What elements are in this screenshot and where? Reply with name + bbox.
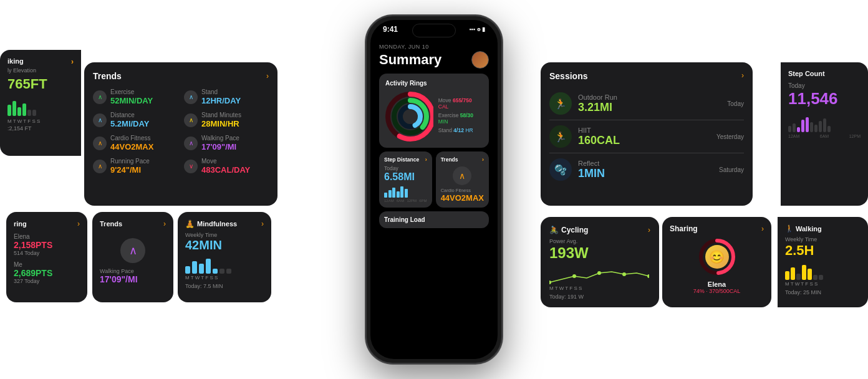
sharing-right-card: Sharing › 😊 Elena 74% · 370/500CAL: [662, 217, 771, 307]
sharing-name: Elena: [670, 281, 764, 288]
svg-point-8: [572, 274, 576, 278]
session-hiit-name: HIIT: [578, 127, 710, 134]
step-distance-value: 6.58MI: [384, 171, 427, 183]
svg-text:↑: ↑: [408, 92, 410, 98]
step-count-today-label: Today: [788, 82, 861, 89]
trend-exercise: ∧ Exercise 52MIN/DAY: [93, 89, 178, 105]
activity-rings-title: Activity Rings: [385, 80, 483, 87]
hiking-days: M T W T F S S: [7, 118, 74, 124]
trend-distance: ∧ Distance 5.2MI/DAY: [93, 112, 178, 128]
cycling-chevron[interactable]: ›: [648, 226, 650, 234]
trends-mini-card: Trends › ∧ Cardio Fitness 44VO2MAX: [436, 151, 489, 208]
mindfulness-icon: 🧘: [185, 219, 195, 228]
sharing-me: Me 2,689PTS 327 Today: [14, 261, 80, 284]
training-load-card: Training Load: [379, 211, 489, 228]
cycling-days: M T W T F S S: [549, 285, 650, 291]
session-hiit-value: 160CAL: [578, 134, 710, 147]
scene: iking › ly Elevation 765FT M T W T F S S…: [0, 0, 868, 379]
step-count-card: Step Count Today 11,546 12AM6AM12PM: [781, 62, 868, 206]
sharing-elena: Elena 2,158PTS 514 Today: [14, 233, 80, 256]
walking-title: Walking: [796, 225, 822, 233]
cycling-line-chart: [549, 267, 649, 285]
cycling-card: 🚴 Cycling › Power Avg. 193W M T W T F S …: [541, 217, 659, 307]
trend-stand: ∧ Stand 12HR/DAY: [184, 89, 269, 105]
trends-mini-arrow-container: ∧: [441, 166, 484, 185]
step-count-chart: [788, 113, 861, 132]
svg-point-10: [622, 272, 626, 276]
session-outdoor-run: 🏃 Outdoor Run 3.21MI Today: [549, 87, 744, 120]
session-run-name: Outdoor Run: [578, 94, 721, 101]
sharing-avatar-container: 😊: [698, 238, 736, 276]
mindfulness-chart: [185, 256, 264, 274]
trends-small-arrow-icon: ∧: [129, 244, 137, 257]
walking-days: M T W T F S S: [785, 281, 861, 287]
sessions-card: Sessions › 🏃 Outdoor Run 3.21MI Today 🏃 …: [541, 62, 753, 206]
step-distance-times: 12AM6AM12PM6PM: [384, 199, 427, 203]
session-reflect-name: Reflect: [578, 160, 713, 167]
hiking-chevron[interactable]: ›: [71, 57, 74, 66]
sessions-header: Sessions ›: [549, 71, 744, 81]
trends-mini-label: Cardio Fitness: [441, 188, 484, 193]
session-reflect-icon: 🫧: [549, 158, 572, 181]
phone-avatar: [471, 51, 489, 69]
battery-icon: ▮: [482, 26, 485, 32]
trends-mini-chevron[interactable]: ›: [482, 156, 484, 163]
mindfulness-days: M T W T F S S: [185, 275, 264, 281]
wifi-icon: ⌾: [477, 26, 480, 32]
phone-bottom-row: Step Distance › Today 6.58MI: [379, 151, 489, 208]
mindfulness-chevron[interactable]: ›: [261, 219, 264, 228]
status-icons: ▪▪▪ ⌾ ▮: [469, 26, 485, 32]
dynamic-island: [412, 24, 456, 37]
mindfulness-today: Today: 7.5 MIN: [185, 283, 264, 289]
sharing-left-chevron[interactable]: ›: [77, 219, 80, 228]
sessions-chevron[interactable]: ›: [741, 71, 744, 81]
trends-mini-circle: ∧: [453, 166, 471, 185]
hiking-chart: [7, 97, 74, 116]
hiking-title: iking ›: [7, 57, 74, 66]
sessions-title: Sessions: [549, 71, 587, 81]
trends-small-chevron[interactable]: ›: [163, 219, 166, 228]
trends-big-card: Trends › ∧ Exercise 52MIN/DAY ∧ S: [84, 62, 277, 206]
sharing-value: 74% · 370/500CAL: [670, 288, 764, 294]
trend-walking-pace: ∧ Walking Pace 17'09"/MI: [184, 135, 269, 151]
hiking-title-text: iking: [7, 57, 24, 66]
phone-inner: 9:41 ▪▪▪ ⌾ ▮ MONDAY, JUN 10 Summary Acti…: [370, 20, 498, 359]
step-distance-chevron[interactable]: ›: [425, 156, 427, 163]
hiking-card: iking › ly Elevation 765FT M T W T F S S…: [0, 50, 81, 156]
phone-time: 9:41: [383, 25, 398, 34]
step-distance-today: Today: [384, 165, 427, 171]
step-distance-chart: [384, 185, 427, 198]
trend-cardio: ∧ Cardio Fitness 44VO2MAX: [93, 135, 178, 151]
sharing-right-chevron[interactable]: ›: [761, 224, 764, 233]
hiking-sub2: :2,154 FT: [7, 125, 74, 132]
cycling-value: 193W: [549, 244, 650, 262]
session-hiit: 🏃 HIIT 160CAL Yesterday: [549, 120, 744, 153]
sharing-avatar: 😊: [705, 245, 729, 269]
sharing-left-title: ring: [14, 220, 27, 228]
mindfulness-card: 🧘 Mindfulness › Weekly Time 42MIN M T W …: [178, 212, 271, 302]
hiking-subtitle: ly Elevation: [7, 67, 74, 74]
hiking-value: 765FT: [7, 76, 74, 92]
walking-chart: [785, 262, 861, 280]
trends-big-chevron[interactable]: ›: [266, 72, 269, 80]
trend-running-pace: ∧ Running Pace 9'24"/MI: [93, 158, 178, 175]
activity-rings-svg: ↑: [385, 92, 433, 142]
trends-grid: ∧ Exercise 52MIN/DAY ∧ Stand 12HR/DAY: [93, 89, 269, 175]
trends-small-data: Walking Pace 17'09"/MI: [100, 268, 166, 284]
step-count-times: 12AM6AM12PM: [788, 134, 861, 138]
trends-small-title: Trends: [100, 220, 122, 228]
rings-stats: Move 655/750 CAL Exercise 58/30 MIN Stan: [438, 97, 483, 136]
step-count-value: 11,546: [788, 89, 861, 108]
trends-mini-header: Trends ›: [441, 156, 484, 163]
cycling-icon: 🚴: [549, 226, 559, 234]
training-load-title: Training Load: [384, 216, 484, 223]
trends-mini-arrow-icon: ∧: [459, 171, 465, 181]
cycling-title: Cycling: [561, 226, 588, 234]
trend-stand-minutes: ∧ Stand Minutes 28MIN/HR: [184, 112, 269, 128]
activity-rings-card: Activity Rings: [379, 74, 489, 148]
session-hiit-when: Yesterday: [716, 133, 744, 140]
phone-title: Summary: [379, 51, 489, 69]
session-reflect: 🫧 Reflect 1MIN Saturday: [549, 153, 744, 186]
session-hiit-icon: 🏃: [549, 125, 572, 148]
svg-point-7: [549, 281, 551, 284]
